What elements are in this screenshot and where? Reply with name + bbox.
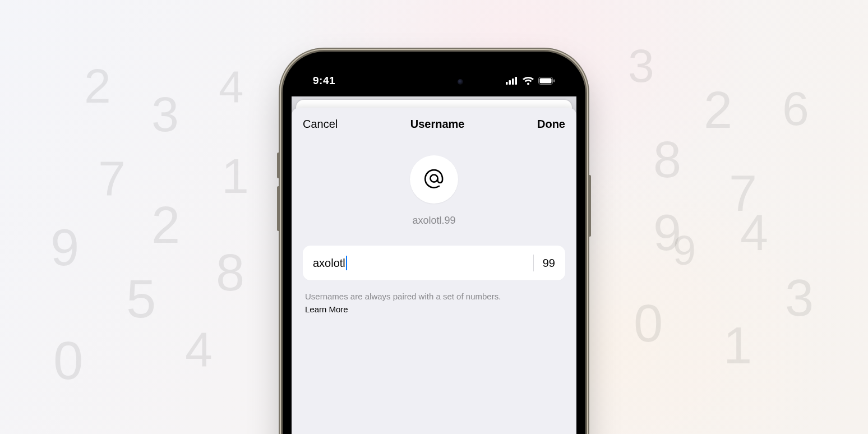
bg-digit: 1 <box>723 320 752 371</box>
bg-digit: 2 <box>151 199 180 251</box>
bg-digit: 5 <box>126 272 156 326</box>
svg-point-7 <box>430 174 437 182</box>
phone-screen: 9:41 Cancel Username Done <box>292 61 576 434</box>
learn-more-link[interactable]: Learn More <box>305 303 501 315</box>
username-display: axolotl.99 <box>412 215 455 227</box>
bg-digit: 3 <box>151 90 179 139</box>
svg-rect-3 <box>515 77 518 85</box>
svg-rect-1 <box>509 80 511 85</box>
status-time: 9:41 <box>313 75 335 87</box>
svg-rect-2 <box>512 79 514 85</box>
bg-digit: 9 <box>50 221 79 273</box>
bg-digit: 0 <box>53 334 83 387</box>
username-input[interactable]: axolotl <box>313 256 524 270</box>
bg-digit: 1 <box>221 151 249 201</box>
dynamic-island <box>395 71 473 93</box>
bg-digit: 0 <box>634 297 663 350</box>
bg-digit: 3 <box>785 272 814 324</box>
svg-rect-5 <box>540 79 552 84</box>
bg-digit: 4 <box>740 207 768 258</box>
svg-rect-0 <box>506 82 508 85</box>
bg-digit: 9 <box>653 207 681 258</box>
sheet-navbar: Cancel Username Done <box>292 108 576 140</box>
bg-digit: 2 <box>704 84 732 136</box>
username-input-row[interactable]: axolotl 99 <box>303 246 565 280</box>
text-cursor <box>346 256 347 270</box>
done-button[interactable]: Done <box>537 118 565 131</box>
bg-digit: 8 <box>216 247 244 298</box>
wifi-icon <box>522 76 534 85</box>
cancel-button[interactable]: Cancel <box>303 118 338 131</box>
battery-icon <box>538 77 555 85</box>
phone-mockup: 9:41 Cancel Username Done <box>283 52 585 434</box>
bg-digit: 3 <box>628 42 654 89</box>
bg-digit: 4 <box>185 325 213 375</box>
bg-digit: 8 <box>653 135 681 185</box>
bg-digit: 7 <box>98 154 126 204</box>
bg-digit: 9 <box>673 230 696 271</box>
bg-digit: 7 <box>729 168 757 219</box>
helper-text: Usernames are always paired with a set o… <box>305 292 501 301</box>
at-sign-badge <box>410 155 458 204</box>
username-suffix: 99 <box>543 257 555 270</box>
bg-digit: 4 <box>219 64 244 109</box>
input-divider <box>533 255 534 271</box>
bg-digit: 2 <box>84 62 111 110</box>
cellular-icon <box>506 77 518 85</box>
svg-rect-6 <box>553 80 555 82</box>
helper-text-block: Usernames are always paired with a set o… <box>303 290 503 315</box>
username-input-value: axolotl <box>313 257 345 270</box>
username-sheet: Cancel Username Done axolotl.99 <box>292 108 576 434</box>
sheet-title: Username <box>410 118 465 131</box>
bg-digit: 6 <box>782 84 809 132</box>
at-sign-icon <box>422 167 446 192</box>
